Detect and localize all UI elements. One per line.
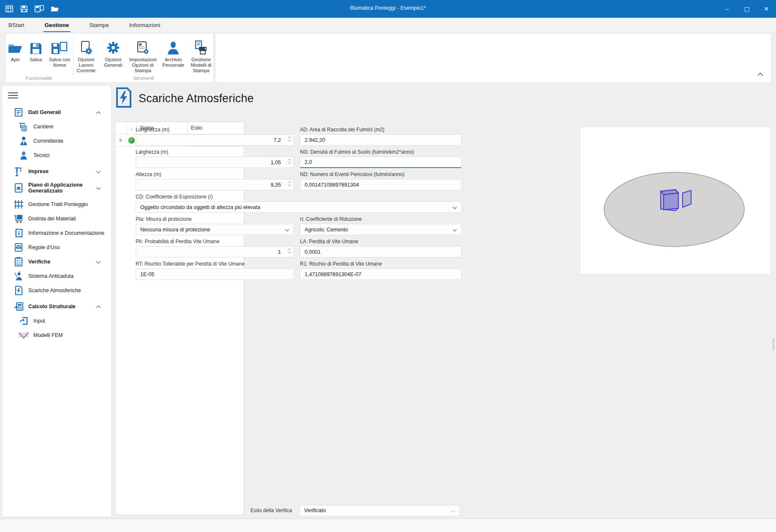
rt-rischio-input[interactable]: 1E-05 xyxy=(136,269,294,280)
altezza-input[interactable]: 9,35 xyxy=(136,179,294,190)
ribbon-card-empty xyxy=(215,33,771,83)
sidebar-item-informazione-documentazione[interactable]: Informazione e Documentazione xyxy=(2,226,111,240)
ribbon-group-label: Strumenti xyxy=(74,76,214,81)
rt-coeff-dropdown[interactable]: Agricolo; Cemento xyxy=(300,224,462,235)
person-helmet-icon xyxy=(18,150,29,160)
r1-label: R1: Rischio di Perdita di Vite Umane xyxy=(300,261,382,267)
close-button[interactable]: ✕ xyxy=(757,0,776,18)
ribbon-group-funzionalita: Apri Salva Salva con Nome Funzionalità xyxy=(5,33,72,82)
table-header-esito[interactable]: Esito xyxy=(187,122,244,134)
opzioni-generali-button[interactable]: Opzioni Generali xyxy=(101,37,125,75)
sidebar: Dati Generali Cantiere Committente Tecni… xyxy=(2,85,112,517)
table-header-status: .. xyxy=(126,122,136,134)
chevron-up-icon xyxy=(96,303,101,310)
content-area: Dati Generali Cantiere Committente Tecni… xyxy=(0,84,776,518)
gear-icon xyxy=(106,38,121,55)
lunghezza-label: Lunghezza (m) xyxy=(136,127,169,133)
sidebar-item-calcolo-strutturale[interactable]: Calcolo Strutturale xyxy=(2,299,111,314)
gestione-modelli-stampa-button[interactable]: Gestione Modelli di Stampa xyxy=(188,37,214,75)
collapse-ribbon-button[interactable] xyxy=(757,71,763,78)
la-label: LA: Perdita di Vite Umane xyxy=(300,239,358,244)
sidebar-item-imprese[interactable]: Imprese xyxy=(2,164,111,179)
sidebar-item-committente[interactable]: Committente xyxy=(2,134,111,148)
print-settings-icon xyxy=(135,38,150,55)
scrollbar-thumb[interactable] xyxy=(773,338,774,350)
ng-label: NG: Densità di Fulmini al Suolo (fulmini… xyxy=(300,149,414,155)
sidebar-item-verifiche[interactable]: Verifiche xyxy=(2,255,111,269)
pa-label: PA: Probabilità di Perdita Vite Umane xyxy=(136,239,219,244)
status-bar xyxy=(0,518,776,532)
salva-button[interactable]: Salva xyxy=(27,37,44,69)
calculator-icon xyxy=(13,301,24,312)
pta-label: Pta: Misura di protezione xyxy=(136,216,192,222)
lunghezza-input[interactable]: 7,2 xyxy=(136,134,294,146)
crane-site-icon xyxy=(18,122,29,132)
apri-button[interactable]: Apri xyxy=(5,37,25,69)
sidebar-item-modelli-fem[interactable]: Modelli FEM xyxy=(2,328,111,342)
impostazioni-opzioni-stampa-button[interactable]: Impostazioni Opzioni di Stampa xyxy=(128,37,158,75)
worker-harness-icon xyxy=(13,271,24,281)
minimize-button[interactable]: – xyxy=(718,0,737,18)
ribbon-tabstrip: BStart Gestione Stampe Informazioni xyxy=(0,18,776,32)
spinner-control[interactable] xyxy=(288,181,291,187)
ribbon-group-label: Funzionalità xyxy=(5,76,72,81)
salva-con-nome-button[interactable]: Salva con Nome xyxy=(47,37,72,69)
clipboard-check-icon xyxy=(13,257,24,267)
title-bar: Blumatica Ponteggi - Esempio1* – ▢ ✕ xyxy=(0,0,776,18)
collection-area-3d-view[interactable] xyxy=(580,127,771,274)
nd-input[interactable]: 0,00147109897691304 xyxy=(300,179,462,190)
fem-curve-icon xyxy=(18,330,29,340)
hamburger-menu-icon[interactable] xyxy=(8,91,18,99)
ng-input[interactable]: 2,0 xyxy=(300,157,462,168)
tab-stampe[interactable]: Stampe xyxy=(88,19,110,31)
nd-label: ND: Numero di Eventi Pericolosi (fulmini… xyxy=(300,171,404,177)
crane-icon xyxy=(13,166,24,176)
la-input[interactable]: 0,0001 xyxy=(300,246,462,258)
rt-rischio-label: RT: Rischio Tollerabile per Perdita di V… xyxy=(136,261,245,267)
sidebar-item-scariche-atmosferiche[interactable]: Scariche Atmosferiche xyxy=(2,283,111,298)
book-info-icon xyxy=(13,228,24,238)
page-title: Scariche Atmosferiche xyxy=(139,92,254,105)
scaffold-icon xyxy=(13,199,24,209)
scales-icon xyxy=(13,242,24,252)
pta-dropdown[interactable]: Nessuna misura di protezione xyxy=(136,224,294,235)
maximize-button[interactable]: ▢ xyxy=(737,0,757,18)
tab-informazioni[interactable]: Informazioni xyxy=(128,19,161,31)
sidebar-item-cantiere[interactable]: Cantiere xyxy=(2,119,111,134)
document-lines-icon xyxy=(13,107,24,117)
lightning-document-icon xyxy=(115,87,133,110)
opzioni-lavoro-corrente-button[interactable]: Opzioni Lavoro Corrente xyxy=(74,37,99,75)
tab-bstart[interactable]: BStart xyxy=(8,19,25,31)
window-title: Blumatica Ponteggi - Esempio1* xyxy=(0,5,776,11)
table-header-row: .. Nome Esito xyxy=(115,122,244,134)
sidebar-item-sistema-anticaduta[interactable]: Sistema Anticaduta xyxy=(2,269,111,283)
sidebar-item-tecnici[interactable]: Tecnici xyxy=(2,148,111,163)
cart-icon xyxy=(13,214,24,224)
spinner-control[interactable] xyxy=(288,158,291,164)
ribbon-group-strumenti: Opzioni Lavoro Corrente Opzioni Generali… xyxy=(74,33,214,82)
esito-verifica-label: Esito della Verifica xyxy=(250,508,292,513)
ad-input[interactable]: 2.942,20 xyxy=(300,134,462,146)
save-as-icon xyxy=(51,38,68,55)
cd-dropdown[interactable]: Oggetto circondato da oggetti di altezza… xyxy=(136,201,462,213)
row-expander-icon[interactable] xyxy=(115,134,126,146)
cd-label: CD: Coefficiente di Esposizione (/) xyxy=(136,194,213,200)
r1-input[interactable]: 1,47109897691304E-07 xyxy=(300,269,462,280)
larghezza-input[interactable]: 1,05 xyxy=(136,157,294,168)
printer-icon xyxy=(193,38,209,55)
tab-gestione[interactable]: Gestione xyxy=(44,19,70,31)
spinner-control[interactable] xyxy=(288,248,291,254)
sidebar-item-regole-duso[interactable]: Regole d'Uso xyxy=(2,240,111,255)
sidebar-item-distinta-materiali[interactable]: Distinta dei Materiali xyxy=(2,212,111,226)
esito-verifica-dropdown[interactable]: Verificato xyxy=(300,505,460,516)
sidebar-item-gestione-tratti[interactable]: Gestione Tratti Ponteggio xyxy=(2,197,111,212)
archivio-personale-button[interactable]: Archivio Personale xyxy=(161,37,186,75)
chevron-down-icon xyxy=(96,184,101,192)
sidebar-item-input[interactable]: Input xyxy=(2,314,111,328)
sidebar-item-piano-applicazione[interactable]: Piano di Applicazione Generalizzato xyxy=(2,179,111,197)
spinner-control[interactable] xyxy=(288,136,291,142)
status-dot-green xyxy=(126,134,136,146)
pa-input[interactable]: 1 xyxy=(136,246,294,258)
sidebar-item-dati-generali[interactable]: Dati Generali xyxy=(2,105,111,119)
larghezza-label: Larghezza (m) xyxy=(136,149,168,155)
